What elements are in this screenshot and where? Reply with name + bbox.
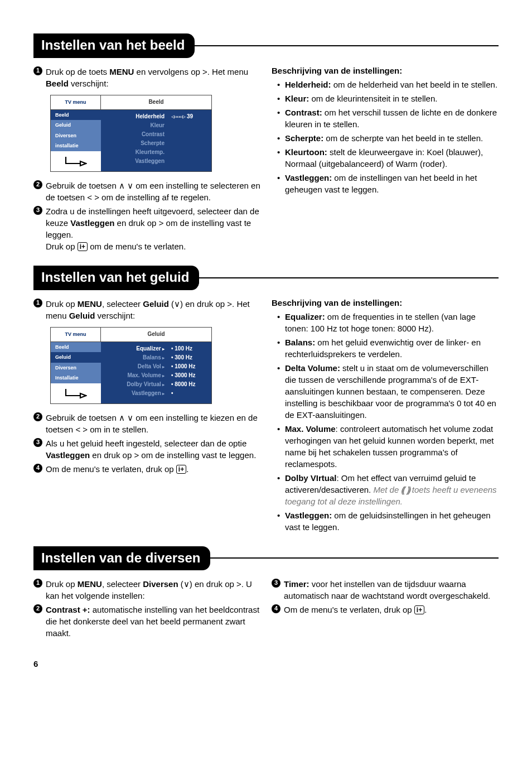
menu-value: 8000 Hz — [171, 380, 208, 389]
text: Met de — [373, 485, 401, 494]
step-text: Gebruik de toetsen ∧ ∨ om een instelling… — [46, 412, 260, 435]
info-plus-icon: i+ — [78, 242, 88, 251]
text: Gebruik de toetsen — [46, 181, 119, 190]
text-bold: Vastleggen: — [285, 173, 332, 182]
menu-side-item: Beeld — [51, 342, 101, 353]
list-item: Scherpte: om de scherpte van het beeld i… — [285, 132, 499, 144]
beeld-step-2: 2 Gebruik de toetsen ∧ ∨ om een instelli… — [33, 180, 260, 203]
step-text: Timer: voor het instellen van de tijdsdu… — [284, 578, 499, 602]
text: om de menu's te verlaten. — [88, 242, 186, 251]
page-number: 6 — [33, 658, 499, 670]
text: Druk op — [46, 579, 78, 589]
list-item: Vastleggen: om de instellingen van het b… — [285, 172, 499, 195]
step-text: Druk op MENU, selecteer Geluid (∨) en dr… — [46, 298, 260, 321]
desc-title: Beschrijving van de instellingen: — [272, 297, 499, 309]
menu-arrow-box — [51, 383, 101, 403]
text: ) en druk op — [180, 299, 227, 309]
menu-side-header: TV menu — [51, 328, 101, 342]
diversen-columns: 1 Druk op MENU, selecteer Diversen (∨) e… — [33, 576, 499, 641]
up-icon: ∧ — [119, 413, 125, 422]
text: om de instelling vast te leggen. — [139, 450, 256, 460]
step-text: Druk op MENU, selecteer Diversen (∨) en … — [46, 578, 260, 602]
geluid-step-3: 3 Als u het geluid heeft ingesteld, sele… — [33, 437, 260, 461]
section-header-diversen: Instellen van de diversen — [33, 546, 499, 571]
menu-value: 100 Hz — [171, 344, 208, 353]
text: . Het menu — [207, 67, 248, 76]
diversen-step-3: 3 Timer: voor het instellen van de tijds… — [272, 578, 499, 602]
menu-label: Equalizer — [104, 344, 165, 353]
text: . — [424, 605, 427, 614]
step-text: Zodra u de instellingen heeft uitgevoerd… — [46, 205, 260, 252]
text: Druk op — [46, 242, 78, 251]
list-item: Delta Volume: stelt u in staat om de vol… — [285, 362, 499, 421]
list-item: Dolby VIrtual: Om het effect van verruim… — [285, 472, 499, 507]
down-icon: ∨ — [127, 181, 133, 190]
step-text: Druk op de toets MENU en vervolgens op >… — [46, 66, 260, 89]
beeld-step-1: 1 Druk op de toets MENU en vervolgens op… — [33, 66, 260, 89]
step-badge: 2 — [33, 412, 42, 421]
step-badge: 1 — [33, 299, 42, 307]
step-badge: 4 — [33, 464, 42, 473]
menu-side-item: Installatie — [51, 373, 101, 383]
text: om de helderheid van het beeld in te ste… — [331, 80, 498, 89]
text-bold: Vastleggen: — [285, 511, 332, 520]
text: Als u het geluid heeft ingesteld, select… — [46, 439, 246, 448]
up-icon: ∧ — [119, 181, 125, 190]
step-badge: 3 — [33, 438, 42, 447]
list-item: Kleurtoon: stelt de kleurweergave in: Ko… — [285, 146, 499, 170]
step-badge: 2 — [33, 604, 42, 613]
menu-main-header: Beeld — [101, 95, 211, 110]
beeld-left-col: 1 Druk op de toets MENU en vervolgens op… — [33, 64, 260, 254]
text-bold: Scherpte: — [285, 133, 323, 143]
list-item: Balans: om het geluid evenwichtig over d… — [285, 336, 499, 360]
menu-value: 3000 Hz — [171, 371, 208, 380]
text-bold: Equalizer: — [285, 312, 325, 321]
text-bold: Helderheid: — [285, 80, 331, 89]
beeld-desc-list: Helderheid: om de helderheid van het bee… — [272, 79, 499, 195]
list-item: Helderheid: om de helderheid van het bee… — [285, 79, 499, 90]
menu-label: Max. Volume — [104, 371, 165, 380]
leftright-icon: < > — [75, 425, 88, 434]
step-badge: 3 — [33, 206, 42, 215]
geluid-menu-illustration: TV menu Geluid Beeld Geluid Diversen Ins… — [50, 327, 212, 404]
step-badge: 1 — [33, 66, 42, 75]
menu-value: 1000 Hz — [171, 362, 208, 371]
right-icon: > — [236, 579, 241, 589]
list-item: Max. Volume: controleert automatisch het… — [285, 423, 499, 470]
text: en druk op — [90, 450, 134, 460]
step-badge: 3 — [272, 579, 280, 588]
step-text: Contrast +: automatische instelling van … — [46, 604, 260, 639]
text: Om de menu's te verlaten, druk op — [284, 605, 414, 614]
text: Gebruik de toetsen — [46, 413, 119, 422]
menu-value: 39 — [187, 113, 193, 119]
text: ) en druk op — [190, 579, 236, 589]
text-bold: Diversen — [143, 579, 178, 589]
header-rule — [209, 557, 499, 559]
menu-label: Dolby Virtual — [104, 380, 165, 389]
menu-side-item: Diversen — [51, 363, 101, 373]
text: om de scherpte van het beeld in te stell… — [323, 133, 483, 143]
step-badge: 2 — [33, 180, 42, 189]
geluid-step-4: 4 Om de menu's te verlaten, druk op i+. — [33, 463, 260, 475]
menu-side-item: installatie — [51, 141, 101, 151]
text: om in te stellen. — [88, 425, 148, 434]
menu-value-empty — [171, 389, 208, 398]
header-rule — [194, 45, 499, 46]
text: ( — [178, 579, 183, 589]
list-item: Contrast: om het verschil tussen de lich… — [285, 107, 499, 130]
menu-side-item: Geluid — [51, 120, 101, 131]
menu-values: 100 Hz 300 Hz 1000 Hz 3000 Hz 8000 Hz — [168, 342, 211, 403]
text: , selecteer — [102, 299, 143, 309]
step-text: Om de menu's te verlaten, druk op i+. — [46, 463, 260, 475]
geluid-step-2: 2 Gebruik de toetsen ∧ ∨ om een instelli… — [33, 412, 260, 435]
info-plus-icon: i+ — [414, 605, 424, 614]
text-bold: Delta Volume: — [285, 363, 340, 373]
text-bold: Contrast: — [285, 108, 322, 117]
menu-label: Contrast — [104, 130, 165, 139]
down-icon: ∨ — [174, 299, 180, 309]
down-icon: ∨ — [183, 579, 190, 589]
text: om de kleurintensiteit in te stellen. — [309, 94, 437, 103]
text-bold: MENU — [78, 579, 102, 589]
beeld-columns: 1 Druk op de toets MENU en vervolgens op… — [33, 64, 499, 254]
beeld-step-3: 3 Zodra u de instellingen heeft uitgevoe… — [33, 205, 260, 252]
